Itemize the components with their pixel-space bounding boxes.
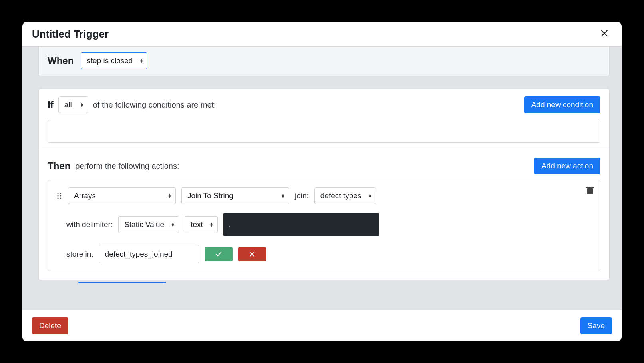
bottom-active-indicator — [78, 282, 166, 283]
if-section: If all ▲▼ of the following conditions ar… — [39, 89, 609, 150]
join-label: join: — [295, 191, 309, 200]
svg-point-3 — [57, 193, 58, 194]
select-chevrons-icon: ▲▼ — [368, 193, 372, 198]
svg-point-5 — [57, 195, 58, 196]
svg-point-7 — [57, 197, 58, 199]
delimiter-source-select[interactable]: Static Value ▲▼ — [118, 216, 179, 233]
delete-action-button[interactable] — [586, 187, 594, 196]
content-area: When step is closed ▲▼ If all ▲▼ — [22, 46, 622, 310]
trash-icon — [586, 187, 594, 195]
if-mode-value: all — [64, 100, 72, 109]
action-row-2: with delimiter: Static Value ▲▼ text ▲▼ — [56, 213, 592, 236]
dialog-footer: Delete Save — [22, 310, 622, 341]
delimiter-type-value: text — [191, 220, 203, 229]
select-chevrons-icon: ▲▼ — [171, 222, 175, 227]
action-row-3: store in: — [56, 245, 592, 263]
then-section-body: Arrays ▲▼ Join To String ▲▼ join: defect… — [39, 180, 609, 280]
if-mode-select[interactable]: all ▲▼ — [58, 96, 88, 113]
svg-point-4 — [60, 193, 61, 194]
svg-point-6 — [60, 195, 61, 196]
close-button[interactable] — [597, 26, 612, 42]
action-category-select[interactable]: Arrays ▲▼ — [68, 187, 176, 204]
confirm-action-button[interactable] — [205, 247, 233, 261]
action-row-1: Arrays ▲▼ Join To String ▲▼ join: defect… — [56, 187, 592, 204]
store-in-input[interactable] — [99, 245, 199, 263]
then-suffix-text: perform the following actions: — [75, 162, 179, 171]
select-chevrons-icon: ▲▼ — [168, 193, 171, 198]
save-trigger-button[interactable]: Save — [580, 317, 612, 334]
dialog-title: Untitled Trigger — [32, 28, 109, 40]
action-category-value: Arrays — [74, 191, 96, 200]
action-operation-value: Join To String — [187, 191, 233, 200]
add-action-button[interactable]: Add new action — [534, 158, 600, 174]
select-chevrons-icon: ▲▼ — [210, 222, 213, 227]
then-label: Then — [48, 160, 70, 172]
drag-handle[interactable] — [56, 191, 62, 201]
conditions-empty-box — [48, 120, 600, 143]
svg-point-8 — [60, 197, 61, 199]
when-event-value: step is closed — [87, 56, 133, 65]
drag-handle-icon — [57, 192, 62, 199]
rules-panel: If all ▲▼ of the following conditions ar… — [38, 89, 610, 280]
if-label: If — [48, 99, 54, 110]
then-section-header: Then perform the following actions: Add … — [39, 150, 609, 174]
select-chevrons-icon: ▲▼ — [80, 102, 84, 107]
join-field-select[interactable]: defect types ▲▼ — [314, 187, 376, 204]
cancel-action-button[interactable] — [238, 247, 266, 261]
action-card: Arrays ▲▼ Join To String ▲▼ join: defect… — [48, 180, 600, 271]
close-icon — [601, 30, 608, 37]
store-in-label: store in: — [66, 250, 93, 259]
check-icon — [215, 251, 222, 257]
if-suffix-text: of the following conditions are met: — [93, 100, 216, 110]
delimiter-value-input[interactable] — [223, 213, 379, 236]
delete-trigger-button[interactable]: Delete — [32, 317, 68, 334]
dialog-window: Untitled Trigger When step is closed ▲▼ — [22, 22, 622, 341]
join-field-value: defect types — [320, 191, 361, 200]
when-label: When — [48, 55, 74, 66]
delimiter-label: with delimiter: — [66, 220, 113, 229]
when-section: When step is closed ▲▼ — [38, 46, 610, 76]
select-chevrons-icon: ▲▼ — [140, 58, 143, 63]
x-icon — [249, 251, 255, 257]
titlebar: Untitled Trigger — [22, 22, 622, 46]
delimiter-source-value: Static Value — [124, 220, 164, 229]
svg-rect-0 — [587, 188, 593, 194]
svg-rect-2 — [589, 187, 591, 187]
select-chevrons-icon: ▲▼ — [281, 193, 285, 198]
add-condition-button[interactable]: Add new condition — [524, 96, 600, 113]
action-operation-select[interactable]: Join To String ▲▼ — [181, 187, 289, 204]
delimiter-type-select[interactable]: text ▲▼ — [185, 216, 218, 233]
when-event-select[interactable]: step is closed ▲▼ — [81, 52, 147, 69]
